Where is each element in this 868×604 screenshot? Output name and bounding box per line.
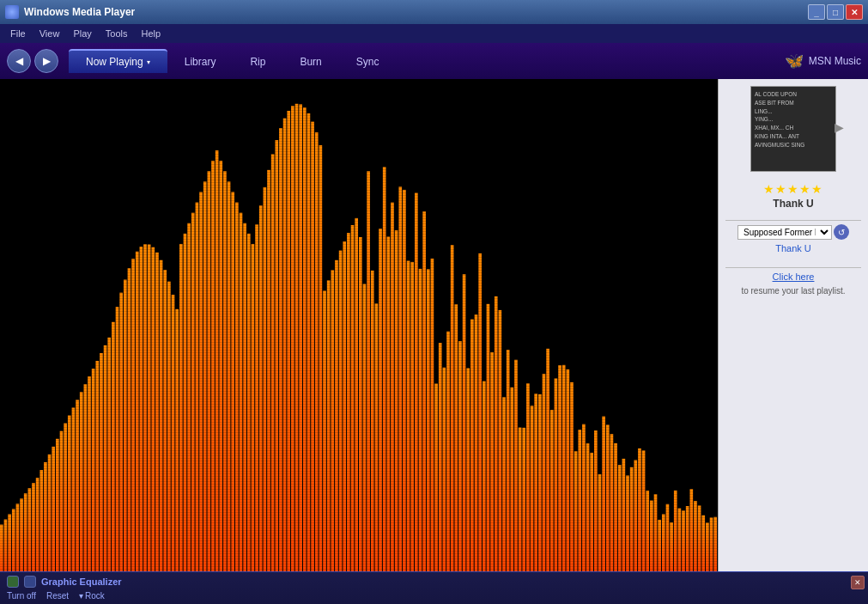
album-art-inner: AL CODE UPONASE BIT FROMLING...YING...XH…	[751, 87, 835, 171]
eq-close-button[interactable]: ✕	[851, 576, 865, 589]
repeat-button[interactable]: ↺	[834, 224, 849, 240]
title-bar: Windows Media Player _ □ ✕	[0, 0, 868, 24]
separator-2	[725, 267, 861, 268]
tab-now-playing[interactable]: Now Playing ▾	[69, 49, 167, 73]
album-selector: Supposed Former Inf... ↺	[737, 224, 849, 240]
eq-icon-btn-1[interactable]	[7, 576, 19, 588]
app-icon	[5, 5, 19, 19]
eq-title: Graphic Equalizer	[41, 577, 122, 587]
nav-forward-button[interactable]: ▶	[34, 49, 58, 73]
msn-logo[interactable]: 🦋 MSN Music	[785, 52, 861, 70]
nav-bar: ◀ ▶ Now Playing ▾ Library Rip Burn Sync …	[0, 43, 868, 79]
window-controls: _ □ ✕	[808, 4, 863, 20]
maximize-button[interactable]: □	[827, 4, 844, 20]
menu-file[interactable]: File	[3, 27, 33, 40]
menu-view[interactable]: View	[33, 27, 67, 40]
app-title: Windows Media Player	[24, 6, 808, 18]
right-panel: AL CODE UPONASE BIT FROMLING...YING...XH…	[718, 79, 868, 571]
minimize-button[interactable]: _	[808, 4, 825, 20]
star-rating[interactable]: ★★★★★	[763, 182, 823, 196]
tab-burn[interactable]: Burn	[282, 49, 338, 73]
visualizer	[0, 79, 718, 571]
click-here-link[interactable]: Click here	[773, 271, 815, 282]
eq-preset-label[interactable]: Rock	[85, 591, 105, 601]
panel-arrow[interactable]: ▶	[835, 120, 844, 134]
main-content: AL CODE UPONASE BIT FROMLING...YING...XH…	[0, 79, 868, 571]
eq-controls: Turn off Reset ▾ Rock	[7, 591, 861, 601]
visualizer-canvas	[0, 79, 718, 571]
eq-turn-off[interactable]: Turn off	[7, 591, 36, 601]
eq-reset[interactable]: Reset	[46, 591, 69, 601]
eq-icon-btn-2[interactable]	[24, 576, 36, 588]
tab-rip[interactable]: Rip	[233, 49, 282, 73]
tab-library[interactable]: Library	[167, 49, 234, 73]
track-name-right: Thank U	[775, 243, 811, 253]
eq-preset: ▾ Rock	[79, 591, 105, 601]
menu-bar: File View Play Tools Help	[0, 24, 868, 43]
album-art: AL CODE UPONASE BIT FROMLING...YING...XH…	[750, 86, 836, 172]
eq-title-bar: Graphic Equalizer ✕	[7, 576, 861, 588]
resume-text: to resume your last playlist.	[741, 285, 845, 297]
track-title-right: Thank U	[773, 198, 813, 210]
menu-help[interactable]: Help	[134, 27, 167, 40]
tab-sync[interactable]: Sync	[339, 49, 397, 73]
msn-butterfly-icon: 🦋	[785, 52, 804, 70]
close-button[interactable]: ✕	[846, 4, 863, 20]
nav-tabs: Now Playing ▾ Library Rip Burn Sync	[69, 49, 396, 73]
separator-1	[725, 220, 861, 221]
equalizer: Graphic Equalizer ✕ Turn off Reset ▾ Roc…	[0, 571, 868, 604]
nav-back-button[interactable]: ◀	[7, 49, 31, 73]
menu-tools[interactable]: Tools	[99, 27, 135, 40]
album-select[interactable]: Supposed Former Inf...	[737, 225, 832, 240]
menu-play[interactable]: Play	[66, 27, 98, 40]
now-playing-dropdown[interactable]: ▾	[147, 58, 150, 66]
